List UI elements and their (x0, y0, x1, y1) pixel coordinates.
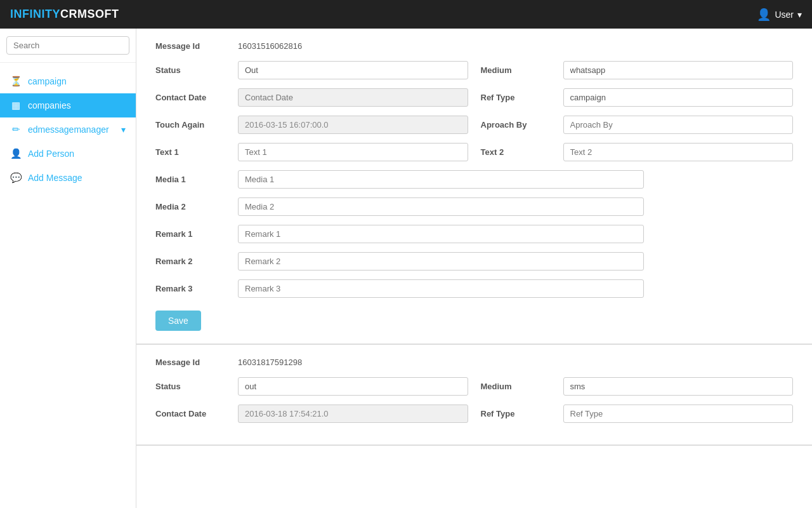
sidebar-item-edmessagemanager-label: edmessagemanager (28, 124, 109, 135)
status-input-container-1 (238, 61, 468, 79)
status-label-2: Status (155, 382, 238, 391)
text1-text2-row-1: Text 1 Text 2 (155, 143, 793, 161)
touch-again-input-container-1 (238, 116, 468, 134)
status-field-1: Status (155, 61, 468, 79)
search-input[interactable] (6, 36, 129, 55)
sidebar-item-companies-label: companies (28, 100, 71, 110)
remark2-input-1[interactable] (238, 252, 644, 271)
message-id-label-1: Message Id (155, 41, 238, 51)
sidebar-item-campaign[interactable]: ⏳ campaign (0, 69, 136, 93)
status-medium-row-1: Status Medium (155, 61, 793, 79)
sidebar-item-edmessagemanager[interactable]: ✏ edmessagemanager ▾ (0, 117, 136, 142)
medium-input-2[interactable] (563, 377, 794, 396)
sidebar-item-add-person-label: Add Person (28, 149, 74, 159)
text2-field-1: Text 2 (481, 143, 794, 161)
touch-aproach-row-1: Touch Again Aproach By (155, 116, 793, 134)
contact-date-input-container-2 (238, 404, 468, 423)
media2-row-1: Media 2 (155, 197, 793, 216)
sidebar-nav: ⏳ campaign ▦ companies ✏ edmessagemanage… (0, 63, 136, 196)
add-person-icon: 👤 (10, 148, 22, 159)
message-id-row-2: Message Id 16031817591298 (155, 358, 793, 367)
medium-field-1: Medium (481, 61, 794, 79)
remark3-input-container-1 (238, 279, 644, 298)
add-message-icon: 💬 (10, 172, 22, 184)
media2-input-container-1 (238, 197, 644, 216)
sidebar-item-add-message-label: Add Message (28, 173, 82, 183)
remark3-input-1[interactable] (238, 279, 644, 298)
status-field-2: Status (155, 377, 468, 396)
contact-date-label-2: Contact Date (155, 409, 238, 418)
text2-input-1[interactable] (563, 143, 794, 161)
contact-date-input-2[interactable] (238, 404, 468, 423)
remark1-label-1: Remark 1 (155, 229, 238, 239)
contact-ref-row-1: Contact Date Ref Type (155, 88, 793, 107)
text1-input-container-1 (238, 143, 468, 161)
sidebar-item-campaign-label: campaign (28, 76, 67, 86)
media1-input-1[interactable] (238, 170, 644, 189)
remark2-input-container-1 (238, 252, 644, 271)
remark1-row-1: Remark 1 (155, 225, 793, 243)
campaign-icon: ⏳ (10, 76, 22, 87)
touch-again-label-1: Touch Again (155, 120, 238, 130)
companies-icon: ▦ (10, 100, 22, 111)
aproach-by-field-1: Aproach By (481, 116, 794, 134)
brand: INFINITYCRMSOFT (10, 8, 119, 21)
media2-input-1[interactable] (238, 197, 644, 216)
text1-input-1[interactable] (238, 143, 468, 161)
sidebar-item-companies[interactable]: ▦ companies (0, 93, 136, 117)
message-id-label-2: Message Id (155, 358, 238, 367)
user-dropdown-icon: ▾ (797, 10, 802, 20)
sidebar: ⏳ campaign ▦ companies ✏ edmessagemanage… (0, 29, 136, 508)
navbar: INFINITYCRMSOFT 👤 User ▾ (0, 0, 812, 29)
remark2-label-1: Remark 2 (155, 257, 238, 266)
text2-input-container-1 (563, 143, 794, 161)
sidebar-item-add-message[interactable]: 💬 Add Message (0, 166, 136, 190)
status-input-2[interactable] (238, 377, 468, 396)
ref-type-label-2: Ref Type (481, 409, 563, 418)
status-medium-row-2: Status Medium (155, 377, 793, 396)
contact-date-field-1: Contact Date (155, 88, 468, 107)
dropdown-chevron-icon: ▾ (121, 124, 126, 135)
contact-date-field-2: Contact Date (155, 404, 468, 423)
edmessagemanager-icon: ✏ (10, 124, 22, 135)
ref-type-field-1: Ref Type (481, 88, 794, 107)
user-label: User (775, 10, 794, 20)
media2-label-1: Media 2 (155, 202, 238, 211)
status-label-1: Status (155, 65, 238, 75)
record-2: Message Id 16031817591298 Status Medium (136, 345, 812, 446)
medium-input-container-2 (563, 377, 794, 396)
aproach-by-label-1: Aproach By (481, 120, 563, 130)
touch-again-field-1: Touch Again (155, 116, 468, 134)
message-id-row-1: Message Id 16031516062816 (155, 41, 793, 51)
medium-input-container-1 (563, 61, 794, 79)
brand-part2: CRMSOFT (60, 8, 119, 20)
save-button-1[interactable]: Save (155, 311, 201, 331)
remark1-input-container-1 (238, 225, 644, 243)
medium-field-2: Medium (481, 377, 794, 396)
message-id-value-2: 16031817591298 (238, 358, 302, 367)
contact-ref-row-2: Contact Date Ref Type (155, 404, 793, 423)
status-input-1[interactable] (238, 61, 468, 79)
user-menu[interactable]: 👤 User ▾ (757, 8, 802, 22)
contact-date-input-1[interactable] (238, 88, 468, 107)
aproach-by-input-1[interactable] (563, 116, 794, 134)
ref-type-input-1[interactable] (563, 88, 794, 107)
medium-label-2: Medium (481, 382, 563, 391)
ref-type-input-container-1 (563, 88, 794, 107)
media1-row-1: Media 1 (155, 170, 793, 189)
media1-label-1: Media 1 (155, 175, 238, 184)
user-icon: 👤 (757, 8, 771, 22)
text1-label-1: Text 1 (155, 147, 238, 157)
text1-field-1: Text 1 (155, 143, 468, 161)
remark1-input-1[interactable] (238, 225, 644, 243)
ref-type-input-2[interactable] (563, 404, 794, 423)
remark2-row-1: Remark 2 (155, 252, 793, 271)
record-1: Message Id 16031516062816 Status Medium (136, 29, 812, 345)
touch-again-input-1[interactable] (238, 116, 468, 134)
sidebar-item-add-person[interactable]: 👤 Add Person (0, 142, 136, 166)
remark3-label-1: Remark 3 (155, 284, 238, 293)
aproach-by-input-container-1 (563, 116, 794, 134)
remark3-row-1: Remark 3 (155, 279, 793, 298)
medium-input-1[interactable] (563, 61, 794, 79)
sidebar-search-container (0, 29, 136, 63)
